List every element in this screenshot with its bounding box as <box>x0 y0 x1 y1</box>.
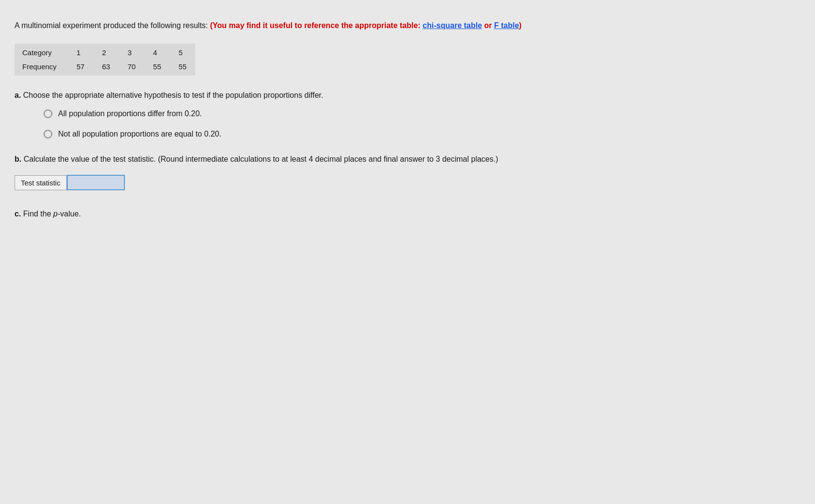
p-value-italic: p <box>53 210 58 218</box>
radio-options: All population proportions differ from 0… <box>44 109 644 138</box>
category-1: 1 <box>68 44 93 60</box>
part-c-question: c. Find the p-value. <box>15 210 644 218</box>
f-table-link[interactable]: F table <box>494 21 519 30</box>
category-4: 4 <box>144 44 170 60</box>
freq-3: 70 <box>119 60 144 76</box>
chi-square-link[interactable]: chi-square table <box>423 21 482 30</box>
part-c-label: c. <box>15 210 21 218</box>
radio-option-2[interactable]: Not all population proportions are equal… <box>44 130 644 138</box>
intro-connector: or F table) <box>482 21 522 30</box>
radio-label-1: All population proportions differ from 0… <box>58 109 202 118</box>
frequency-label: Frequency <box>15 60 68 76</box>
table-header-row: Category 1 2 3 4 5 <box>15 44 195 60</box>
radio-label-2: Not all population proportions are equal… <box>58 130 221 138</box>
part-c-text: Find the p-value. <box>23 210 81 218</box>
part-a-text: Choose the appropriate alternative hypot… <box>23 91 323 99</box>
intro-paragraph: A multinomial experiment produced the fo… <box>15 19 644 32</box>
part-b-bold: (Round intermediate calculations to at l… <box>158 155 498 163</box>
radio-circle-1[interactable] <box>44 109 52 118</box>
intro-bold-start: (You may find it useful to reference the… <box>210 21 482 30</box>
category-3: 3 <box>119 44 144 60</box>
category-label: Category <box>15 44 68 60</box>
freq-1: 57 <box>68 60 93 76</box>
table-data-row: Frequency 57 63 70 55 55 <box>15 60 195 76</box>
part-b-text-before: Calculate the value of the test statisti… <box>24 155 158 163</box>
radio-option-1[interactable]: All population proportions differ from 0… <box>44 109 644 118</box>
freq-4: 55 <box>144 60 170 76</box>
category-2: 2 <box>93 44 119 60</box>
part-b-question: b. Calculate the value of the test stati… <box>15 153 644 166</box>
category-5: 5 <box>170 44 196 60</box>
test-statistic-label: Test statistic <box>15 175 67 190</box>
page-content: A multinomial experiment produced the fo… <box>15 19 644 218</box>
test-statistic-input[interactable] <box>67 175 125 190</box>
radio-circle-2[interactable] <box>44 130 52 138</box>
part-a-label: a. <box>15 91 21 99</box>
test-statistic-row: Test statistic <box>15 175 644 190</box>
part-a-question: a. Choose the appropriate alternative hy… <box>15 91 644 100</box>
intro-text-before: A multinomial experiment produced the fo… <box>15 21 210 30</box>
freq-5: 55 <box>170 60 196 76</box>
data-table: Category 1 2 3 4 5 Frequency 57 63 70 55… <box>15 44 195 76</box>
data-table-wrapper: Category 1 2 3 4 5 Frequency 57 63 70 55… <box>15 44 195 76</box>
part-b-label: b. <box>15 155 21 163</box>
freq-2: 63 <box>93 60 119 76</box>
